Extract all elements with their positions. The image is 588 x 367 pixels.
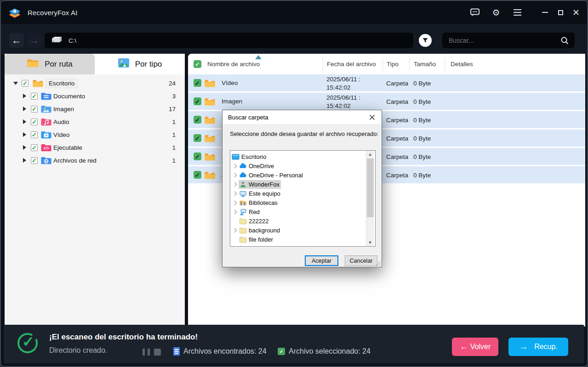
tree-checkbox[interactable]: ✓	[22, 80, 29, 87]
sidebar-tree-item[interactable]: ✓ Vídeo 1	[5, 128, 185, 141]
table-header: ✓ Nombre de archivo Fecha del archivo Ti…	[188, 54, 585, 74]
tab-por-ruta[interactable]: Por ruta	[5, 54, 95, 74]
tree-checkbox[interactable]: ✓	[31, 93, 38, 100]
menu-icon[interactable]	[513, 8, 522, 17]
search-input[interactable]	[442, 37, 560, 44]
feedback-icon[interactable]	[470, 8, 480, 17]
dialog-tree-item[interactable]: New folder	[230, 244, 375, 247]
file-size: 0 Byte	[413, 98, 431, 105]
table-row[interactable]: ✓ Imagen 2025/06/11 : 15:42:02 Carpeta 0…	[188, 93, 585, 111]
sidebar-tree-item[interactable]: ✓ Escritorio 24	[5, 77, 185, 90]
settings-gear-icon[interactable]: ⚙	[491, 8, 501, 17]
dialog-tree-item[interactable]: 222222	[230, 216, 375, 226]
tree-item-label: Audio	[53, 119, 69, 125]
cancelar-button[interactable]: Cancelar	[345, 255, 377, 266]
scroll-down-icon[interactable]: ▼	[366, 239, 374, 246]
dialog-tree-item[interactable]: background	[230, 226, 375, 235]
tree-expander-icon[interactable]	[23, 119, 26, 124]
search-icon[interactable]	[560, 36, 569, 45]
folder-icon	[204, 79, 216, 88]
table-row[interactable]: ✓ Vídeo 2025/06/11 : 15:42:02 Carpeta 0 …	[188, 74, 585, 93]
folder-type-icon	[40, 117, 52, 126]
minimize-icon[interactable]	[540, 8, 549, 17]
file-size: 0 Byte	[413, 153, 431, 160]
volver-button[interactable]: ← Volver	[452, 338, 498, 356]
dialog-tree-item[interactable]: OneDrive	[230, 161, 375, 170]
recup-button[interactable]: → Recup.	[508, 338, 568, 356]
tree-expander-icon[interactable]	[13, 82, 18, 85]
column-header-details[interactable]: Detalles	[445, 58, 585, 71]
tree-checkbox[interactable]: ✓	[31, 157, 38, 164]
close-icon[interactable]	[571, 8, 581, 17]
item-label: file folder	[249, 236, 273, 243]
column-header-date[interactable]: Fecha del archivo	[323, 58, 382, 71]
tree-expander-icon[interactable]	[23, 94, 26, 98]
pause-icon[interactable]	[143, 349, 150, 356]
row-checkbox[interactable]: ✓	[194, 152, 201, 160]
search-box[interactable]	[442, 33, 575, 48]
row-checkbox[interactable]: ✓	[194, 134, 201, 142]
dialog-close-icon[interactable]	[368, 113, 376, 121]
tree-checkbox[interactable]: ✓	[31, 119, 38, 125]
dialog-tree-item[interactable]: Bibliotecas	[230, 198, 375, 207]
tree-expander-icon[interactable]	[23, 145, 26, 150]
maximize-icon[interactable]	[556, 8, 565, 17]
row-checkbox[interactable]: ✓	[194, 171, 201, 179]
dialog-tree-item[interactable]: Este equipo	[230, 189, 375, 198]
path-field[interactable]: C:\	[45, 33, 413, 48]
tab-por-tipo[interactable]: Por tipo	[95, 54, 185, 74]
column-header-name[interactable]: ✓ Nombre de archivo	[188, 58, 323, 71]
row-checkbox[interactable]: ✓	[194, 97, 201, 105]
folder-type-icon	[40, 143, 52, 152]
forward-arrow-icon[interactable]: →	[27, 33, 41, 48]
chevron-right-icon[interactable]	[232, 173, 239, 178]
tree-expander-icon[interactable]	[23, 107, 26, 111]
filter-funnel-icon[interactable]	[419, 34, 432, 47]
chevron-right-icon[interactable]	[232, 182, 239, 187]
back-arrow-icon[interactable]: ←	[9, 33, 24, 48]
chevron-right-icon[interactable]	[232, 191, 239, 196]
dialog-tree-item[interactable]: Red	[230, 207, 375, 216]
stop-icon[interactable]	[154, 349, 161, 356]
tree-item-count: 1	[172, 157, 176, 164]
folder-type-icon	[40, 91, 52, 101]
aceptar-button[interactable]: Aceptar	[305, 255, 338, 266]
sidebar-tree-item[interactable]: ✓ Archivos de red 1	[5, 154, 185, 167]
chevron-right-icon[interactable]	[232, 200, 239, 205]
item-icon	[239, 171, 247, 179]
chevron-right-icon[interactable]	[232, 209, 239, 215]
tree-expander-icon[interactable]	[23, 158, 26, 163]
file-name: Vídeo	[222, 79, 238, 86]
item-icon	[232, 153, 240, 161]
item-icon	[239, 181, 247, 188]
sidebar-tree-item[interactable]: ✓ Documento 3	[5, 90, 185, 102]
column-header-type[interactable]: Tipo	[382, 58, 409, 71]
dialog-tree-item[interactable]: OneDrive - Personal	[230, 170, 375, 180]
select-all-checkbox[interactable]: ✓	[194, 60, 201, 68]
file-name: Imagen	[222, 98, 242, 105]
dialog-tree-item[interactable]: file folder	[230, 235, 375, 244]
sidebar-tree-item[interactable]: ✓ Ejecutable 1	[5, 141, 185, 154]
item-icon	[239, 236, 247, 243]
scrollbar-thumb[interactable]	[367, 158, 374, 217]
dialog-tree-item[interactable]: Escritorio	[230, 152, 375, 161]
scan-status-title: ¡El escaneo del escritorio ha terminado!	[49, 333, 198, 342]
chevron-right-icon[interactable]	[232, 164, 239, 169]
row-checkbox[interactable]: ✓	[194, 116, 201, 124]
sidebar-tree-item[interactable]: ✓ Audio 1	[5, 115, 185, 128]
dialog-title-bar[interactable]: Buscar carpeta	[223, 110, 382, 124]
tree-item-label: Archivos de red	[53, 157, 97, 164]
tree-expander-icon[interactable]	[23, 132, 26, 137]
column-header-size[interactable]: Tamaño	[409, 58, 445, 71]
resize-grip[interactable]	[376, 261, 380, 265]
dialog-tree-item[interactable]: WonderFox	[230, 180, 375, 189]
row-checkbox[interactable]: ✓	[194, 79, 201, 87]
dialog-scrollbar[interactable]: ▲ ▼	[366, 151, 374, 246]
sidebar-tree-item[interactable]: ✓ Imagen 17	[5, 102, 185, 115]
scroll-up-icon[interactable]: ▲	[366, 151, 374, 158]
tree-checkbox[interactable]: ✓	[31, 106, 38, 113]
tree-checkbox[interactable]: ✓	[31, 144, 38, 151]
chevron-right-icon[interactable]	[232, 228, 239, 233]
tab-label: Por ruta	[45, 60, 72, 69]
tree-checkbox[interactable]: ✓	[31, 131, 38, 138]
